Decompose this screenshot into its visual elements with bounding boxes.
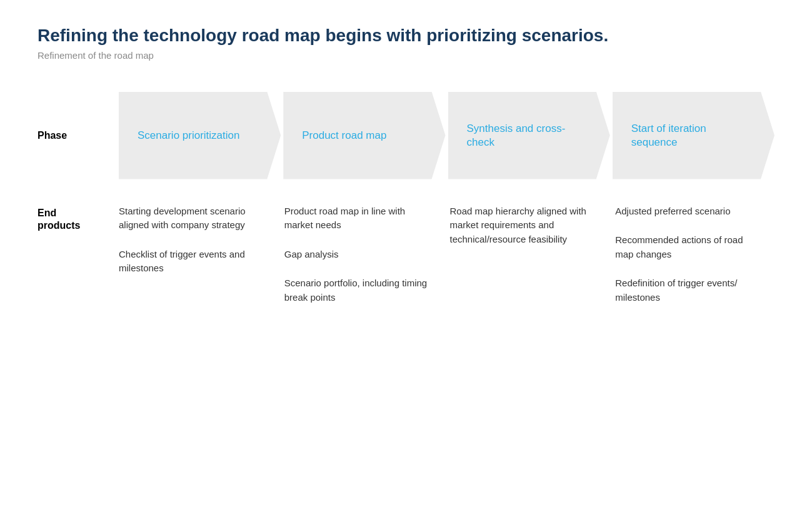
product-item: Starting development scenario aligned wi… xyxy=(119,204,266,233)
product-cell-col2: Product road map in line with market nee… xyxy=(278,204,444,305)
product-cell-col4: Adjusted preferred scenarioRecommended a… xyxy=(609,204,774,305)
product-item: Checklist of trigger events and mileston… xyxy=(119,248,266,276)
product-item: Road map hierarchy aligned with market r… xyxy=(450,204,597,247)
product-item: Product road map in line with market nee… xyxy=(284,204,431,233)
product-item: Redefinition of trigger events/ mileston… xyxy=(615,276,762,304)
product-cell-col1: Starting development scenario aligned wi… xyxy=(119,204,278,305)
product-item: Recommended actions of road map changes xyxy=(615,233,762,261)
product-item: Gap analysis xyxy=(284,248,431,262)
phase-label-product-road-map: Product road map xyxy=(302,129,399,143)
diagram-area: Phase Scenario prioritizationProduct roa… xyxy=(38,92,774,305)
products-cells: Starting development scenario aligned wi… xyxy=(119,204,774,305)
subtitle: Refinement of the road map xyxy=(38,50,774,61)
chevron-product-road-map: Product road map xyxy=(283,92,445,179)
chevron-synthesis-cross-check: Synthesis and cross-check xyxy=(448,92,610,179)
products-label-cell: Endproducts xyxy=(38,204,119,233)
phase-row: Phase Scenario prioritizationProduct roa… xyxy=(38,92,774,179)
chevron-container: Scenario prioritizationProduct road mapS… xyxy=(119,92,774,179)
chevron-start-iteration: Start of iteration sequence xyxy=(613,92,774,179)
products-row: Endproducts Starting development scenari… xyxy=(38,204,774,305)
product-cell-col3: Road map hierarchy aligned with market r… xyxy=(444,204,609,305)
chevron-scenario-prioritization: Scenario prioritization xyxy=(119,92,281,179)
product-item: Adjusted preferred scenario xyxy=(615,204,762,219)
phase-label-start-iteration: Start of iteration sequence xyxy=(631,122,756,149)
phase-label-synthesis-cross-check: Synthesis and cross-check xyxy=(467,122,591,149)
product-item: Scenario portfolio, including timing bre… xyxy=(284,276,431,304)
main-title: Refining the technology road map begins … xyxy=(38,25,774,46)
products-label: Endproducts xyxy=(38,207,80,233)
phase-label-scenario-prioritization: Scenario prioritization xyxy=(138,129,252,143)
phase-label: Phase xyxy=(38,92,119,179)
